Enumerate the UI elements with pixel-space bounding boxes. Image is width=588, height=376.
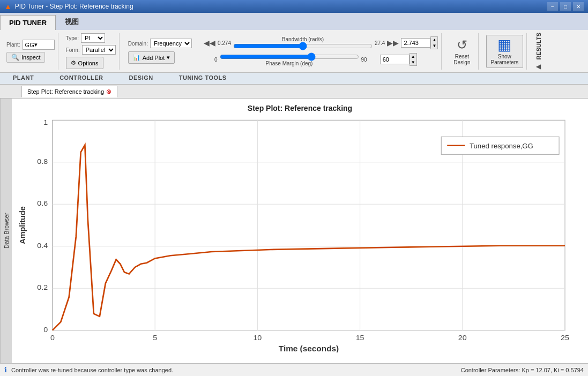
maximize-button[interactable]: □ [560,2,571,11]
reset-design-group: ↺ ResetDesign [446,33,478,70]
section-controller[interactable]: CONTROLLER [47,73,116,84]
phase-down[interactable]: ▼ [410,59,416,65]
svg-text:Tuned response,GG: Tuned response,GG [470,142,533,150]
type-select[interactable]: PI PID P [81,33,105,43]
svg-text:0: 0 [43,325,48,333]
options-button[interactable]: ⚙ Options [66,57,103,69]
bandwidth-down[interactable]: ▼ [431,43,437,49]
form-label: Form: [66,47,80,53]
phase-min: 0 [214,57,218,63]
svg-text:15: 15 [356,334,364,342]
slider-area: ◀◀ 0.274 Bandwidth (rad/s) 27.4 ▶▶ 2.743… [200,33,442,70]
phase-value[interactable]: 60 [380,55,410,64]
status-message: Controller was re-tuned because controll… [11,367,173,373]
minimize-button[interactable]: − [547,2,558,11]
bandwidth-value[interactable]: 2.743 [401,38,430,48]
inspect-icon: 🔍 [11,54,19,61]
phase-margin-row: 0 Phase Margin (deg) 90 60 ▲ ▼ [204,53,438,66]
svg-text:20: 20 [458,334,467,342]
plot-tab-label: Step Plot: Reference tracking [27,88,104,95]
domain-select[interactable]: Frequency Time [150,39,192,48]
status-right-text: Controller Parameters: Kp = 12.07, Ki = … [461,367,584,373]
add-plot-row: 📊 Add Plot ▾ [128,51,175,64]
bandwidth-up[interactable]: ▲ [431,37,437,43]
show-parameters-button[interactable]: ▦ ShowParameters [486,35,524,68]
svg-text:0.4: 0.4 [37,241,48,249]
title-bar: ▲ PID Tuner - Step Plot: Reference track… [0,0,588,13]
window-controls: − □ ✕ [547,2,584,11]
section-design[interactable]: DESIGN [116,73,166,84]
add-plot-arrow: ▾ [167,54,170,61]
bandwidth-right-arrow[interactable]: ▶▶ [387,39,399,47]
status-info-icon: ℹ [4,366,7,374]
inspect-button[interactable]: 🔍 Inspect [6,52,45,63]
show-parameters-label: ShowParameters [491,54,519,65]
results-arrow[interactable]: ▼ [534,63,544,71]
tab-bar: Step Plot: Reference tracking ⊗ [0,85,588,99]
bandwidth-row: ◀◀ 0.274 Bandwidth (rad/s) 27.4 ▶▶ 2.743… [204,36,438,50]
phase-up[interactable]: ▲ [410,54,416,59]
reset-design-button[interactable]: ↺ ResetDesign [449,35,474,67]
ribbon-body: Plant: GG ▾ 🔍 Inspect Type: PI PID P For… [0,30,588,73]
bandwidth-max: 27.4 [375,40,385,46]
svg-text:Amplitude: Amplitude [18,206,27,244]
close-button[interactable]: ✕ [573,2,584,11]
options-label: Options [78,60,99,66]
reset-design-label: ResetDesign [453,54,470,65]
add-plot-label: Add Plot [143,55,165,61]
svg-text:0: 0 [50,334,55,342]
section-plant[interactable]: PLANT [0,73,47,84]
phase-value-box: 60 ▲ ▼ [380,53,417,66]
tab-pid-tuner[interactable]: PID TUNER [0,15,56,30]
svg-text:0.2: 0.2 [37,283,48,291]
type-label: Type: [66,35,79,41]
svg-text:0.6: 0.6 [37,199,48,207]
bandwidth-left-arrow[interactable]: ◀◀ [204,39,215,47]
status-bar: ℹ Controller was re-tuned because contro… [0,363,588,376]
bandwidth-slider[interactable] [233,42,373,50]
plot-tab[interactable]: Step Plot: Reference tracking ⊗ [21,86,117,97]
results-group: RESULTS ▼ [531,33,546,70]
show-parameters-group: ▦ ShowParameters [483,33,527,70]
reset-icon: ↺ [457,37,467,52]
form-select[interactable]: Parallel Ideal Series [82,45,116,55]
controller-group: Type: PI PID P Form: Parallel Ideal Seri… [63,33,120,70]
svg-text:5: 5 [153,334,157,342]
svg-text:25: 25 [561,334,569,342]
domain-row: Domain: Frequency Time [128,39,192,48]
inspect-label: Inspect [21,54,40,61]
plant-select[interactable]: GG ▾ [23,40,55,50]
bandwidth-min: 0.274 [218,40,231,46]
inspect-row: 🔍 Inspect [6,52,45,63]
domain-label: Domain: [128,41,148,47]
ribbon-tabs: PID TUNER 视图 [0,13,588,30]
svg-text:1: 1 [43,118,48,126]
app-icon: ▲ [4,2,12,11]
main-content: Data Browser Step Plot: Reference tracki… [0,99,588,363]
domain-slider-group: Domain: Frequency Time 📊 Add Plot ▾ [124,33,196,70]
chart-container: 0 0.2 0.4 0.6 0.8 1 0 5 10 15 20 25 Time… [17,115,583,352]
phase-margin-slider[interactable] [220,53,359,61]
add-plot-icon: 📊 [133,54,140,61]
window-title: PID Tuner - Step Plot: Reference trackin… [15,3,547,10]
show-params-icon: ▦ [497,37,511,52]
chart-title: Step Plot: Reference tracking [17,104,583,112]
options-icon: ⚙ [71,59,76,66]
tab-close-icon[interactable]: ⊗ [106,88,111,95]
chart-svg: 0 0.2 0.4 0.6 0.8 1 0 5 10 15 20 25 Time… [17,115,583,352]
svg-text:10: 10 [253,334,262,342]
phase-max: 90 [361,57,367,63]
section-bar: PLANT CONTROLLER DESIGN TUNING TOOLS [0,73,588,85]
svg-text:0.8: 0.8 [37,157,48,165]
svg-text:Time (seconds): Time (seconds) [279,344,339,352]
section-tuning-tools[interactable]: TUNING TOOLS [166,73,240,84]
add-plot-button[interactable]: 📊 Add Plot ▾ [128,51,175,64]
tab-view[interactable]: 视图 [56,13,88,30]
phase-margin-label: Phase Margin (deg) [247,61,332,66]
chart-area: Step Plot: Reference tracking 0 0 [12,99,588,363]
results-label: RESULTS [533,31,544,62]
plant-group: Plant: GG ▾ 🔍 Inspect [3,33,58,70]
data-browser-sidebar[interactable]: Data Browser [0,99,12,363]
bandwidth-value-box: 2.743 ▲ ▼ [401,36,438,49]
plant-row: Plant: GG ▾ [6,40,55,50]
